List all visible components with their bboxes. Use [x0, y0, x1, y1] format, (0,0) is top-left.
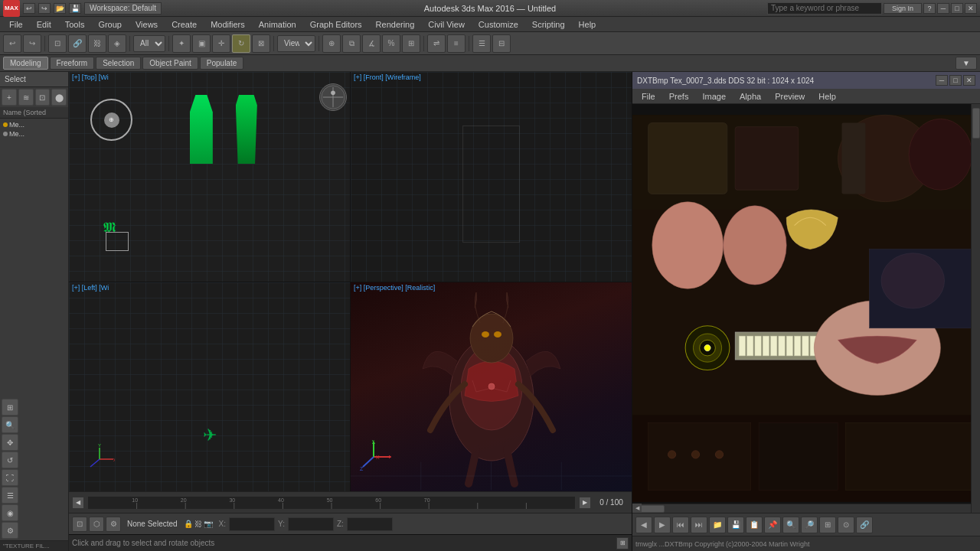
texture-close-btn[interactable]: ✕ [963, 75, 975, 86]
filter-dropdown[interactable]: All [133, 35, 165, 52]
viewport-left[interactable]: [+] [Left] [Wi X Y ✈ [69, 282, 350, 492]
texture-menu-file[interactable]: File [635, 90, 662, 103]
snap-btn[interactable]: ⊕ [322, 34, 341, 53]
texture-menu-preview[interactable]: Preview [769, 90, 811, 103]
texture-menu-help[interactable]: Help [812, 90, 842, 103]
menu-group[interactable]: Group [92, 18, 128, 31]
texture-menu-image[interactable]: Image [696, 90, 732, 103]
menu-help[interactable]: Help [573, 18, 603, 31]
tex-open-btn[interactable]: 📁 [709, 517, 726, 533]
viewport-top[interactable]: [+] [Top] [Wi [69, 72, 350, 282]
mirror-btn[interactable]: ⇌ [427, 34, 446, 53]
bind-space-btn[interactable]: ◈ [108, 34, 126, 53]
tex-save-btn[interactable]: 💾 [727, 517, 744, 533]
menu-tools[interactable]: Tools [59, 18, 91, 31]
layer-btn[interactable]: ☰ [472, 34, 491, 53]
tex-next-btn[interactable]: ▶ [654, 517, 671, 533]
move-btn[interactable]: ✛ [212, 34, 230, 53]
status-icon-2[interactable]: ⬡ [89, 517, 104, 532]
tex-zoom-in-btn[interactable]: 🔍 [782, 517, 799, 533]
timeline-prev[interactable]: ◀ [72, 497, 84, 509]
status-icon-3[interactable]: ⚙ [106, 517, 121, 532]
menu-scripting[interactable]: Scripting [526, 18, 571, 31]
extra-options[interactable]: ▼ [956, 57, 977, 70]
menu-edit[interactable]: Edit [31, 18, 57, 31]
y-field[interactable] [288, 517, 334, 531]
select-obj-btn[interactable]: ⊡ [48, 34, 67, 53]
maximize-button[interactable]: □ [951, 3, 963, 14]
close-button[interactable]: ✕ [965, 3, 977, 14]
status-icon-1[interactable]: ⊡ [72, 517, 87, 532]
viewport-front[interactable]: [+] [Front] [Wireframe] [351, 72, 632, 282]
orbit-icon[interactable]: ↺ [2, 452, 18, 468]
region-zoom-icon[interactable]: 🔍 [2, 416, 18, 433]
menu-rendering[interactable]: Rendering [370, 18, 421, 31]
texture-scrollbar-h[interactable] [632, 504, 971, 513]
tex-zoom-out-btn[interactable]: 🔎 [801, 517, 818, 533]
tex-last-btn[interactable]: ⏭ [691, 517, 707, 533]
tex-prev-btn[interactable]: ◀ [635, 517, 652, 533]
unlink-btn[interactable]: ⛓ [88, 34, 106, 53]
toolbar-undo[interactable]: ↩ [23, 3, 35, 14]
minimize-button[interactable]: ─ [937, 3, 949, 14]
pan-icon[interactable]: ✥ [2, 434, 18, 451]
texture-min-btn[interactable]: ─ [936, 75, 948, 86]
tab-object-paint[interactable]: Object Paint [142, 57, 198, 70]
utilities-icon[interactable]: ⚙ [2, 522, 18, 539]
tex-link-btn[interactable]: 🔗 [856, 517, 873, 533]
create-icon[interactable]: + [2, 89, 17, 106]
texture-menu-prefs[interactable]: Prefs [663, 90, 695, 103]
display-icon[interactable]: ◉ [2, 504, 18, 521]
texture-scrollbar-v[interactable] [971, 104, 980, 513]
select-btn[interactable]: ✦ [172, 34, 191, 53]
percent-snap[interactable]: % [382, 34, 400, 53]
tab-selection[interactable]: Selection [96, 57, 141, 70]
menu-file[interactable]: File [3, 18, 29, 31]
tex-channel-btn[interactable]: ⊙ [838, 517, 854, 533]
vp-top-label[interactable]: [+] [Top] [Wi [72, 73, 109, 81]
timeline-next[interactable]: ▶ [579, 497, 591, 509]
x-field[interactable] [229, 517, 275, 531]
save-file[interactable]: 💾 [69, 3, 81, 14]
tab-populate[interactable]: Populate [200, 57, 243, 70]
scroll-left-arrow[interactable]: ◀ [632, 504, 642, 513]
lock-icon[interactable]: 🔒 [184, 520, 193, 528]
menu-create[interactable]: Create [165, 18, 203, 31]
undo-btn[interactable]: ↩ [3, 34, 21, 53]
menu-modifiers[interactable]: Modifiers [204, 18, 251, 31]
spinner-snap[interactable]: ⊞ [402, 34, 420, 53]
maximize-vp-icon[interactable]: ⛶ [2, 469, 18, 486]
angle-snap[interactable]: ∡ [362, 34, 381, 53]
viewport-perspective[interactable]: [+] [Perspective] [Realistic] [351, 282, 632, 492]
help-button[interactable]: ? [923, 3, 936, 14]
hierarchy-icon[interactable]: ⊡ [35, 89, 51, 106]
workspace-selector[interactable]: Workspace: Default [84, 2, 162, 15]
rotate-btn[interactable]: ↻ [232, 34, 250, 53]
select-region-btn[interactable]: ▣ [192, 34, 211, 53]
vp-perspective-label[interactable]: [+] [Perspective] [Realistic] [354, 284, 435, 292]
menu-customize[interactable]: Customize [472, 18, 524, 31]
link-btn[interactable]: 🔗 [68, 34, 87, 53]
vp-front-label[interactable]: [+] [Front] [Wireframe] [354, 73, 421, 81]
texture-menu-alpha[interactable]: Alpha [733, 90, 767, 103]
vp-left-label[interactable]: [+] [Left] [Wi [72, 284, 109, 292]
tab-freeform[interactable]: Freeform [50, 57, 95, 70]
align-btn[interactable]: ≡ [447, 34, 466, 53]
scale-btn[interactable]: ⊠ [252, 34, 270, 53]
chain-icon[interactable]: ⛓ [194, 520, 202, 528]
toolbar-redo[interactable]: ↪ [38, 3, 51, 14]
menu-graph-editors[interactable]: Graph Editors [304, 18, 368, 31]
texture-max-btn[interactable]: □ [949, 75, 962, 86]
tex-fit-btn[interactable]: ⊞ [819, 517, 836, 533]
snap-toggle[interactable]: ⧉ [342, 34, 361, 53]
menu-civil-view[interactable]: Civil View [422, 18, 470, 31]
zoom-extents-icon[interactable]: ⊞ [2, 399, 18, 416]
search-input[interactable] [767, 2, 882, 15]
tex-first-btn[interactable]: ⏮ [672, 517, 689, 533]
camera-icon[interactable]: 📷 [204, 520, 213, 528]
ribbon-btn[interactable]: ⊟ [492, 34, 511, 53]
tree-item-1[interactable]: Me... [2, 120, 67, 129]
view-cube-top[interactable] [319, 83, 347, 111]
z-field[interactable] [347, 517, 393, 531]
properties-icon[interactable]: ☰ [2, 487, 18, 504]
